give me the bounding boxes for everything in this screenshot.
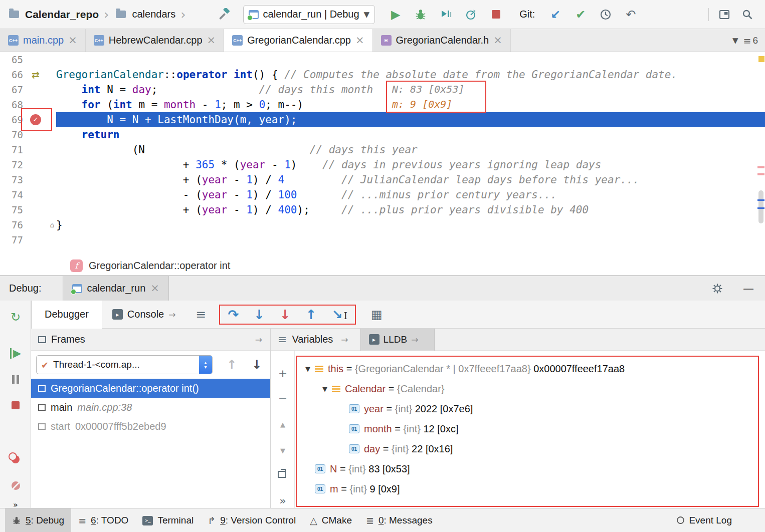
- debug-button[interactable]: [413, 7, 428, 22]
- minimize-icon[interactable]: —: [743, 282, 754, 295]
- code-line[interactable]: 71 (N // days this year: [0, 142, 765, 157]
- close-tab-icon[interactable]: ×: [68, 35, 77, 46]
- statusbar-tab-5-debug[interactable]: 5: Debug: [5, 508, 71, 532]
- editor-scrollbar[interactable]: [757, 52, 765, 256]
- settings-gear-icon[interactable]: [710, 281, 725, 296]
- statusbar-tab-event-log[interactable]: Event Log: [670, 508, 739, 532]
- debug-stop-button[interactable]: [0, 397, 31, 414]
- statusbar-tab-cmake[interactable]: △CMake: [303, 508, 359, 532]
- tab-debugger[interactable]: Debugger: [31, 301, 102, 329]
- variable-row[interactable]: 01m = {int} 9 [0x9]: [297, 479, 758, 499]
- code-line[interactable]: 77: [0, 232, 765, 247]
- frame-row[interactable]: GregorianCalendar::operator int(): [31, 379, 270, 398]
- close-tab-icon[interactable]: ×: [355, 35, 364, 46]
- run-button[interactable]: ▶: [388, 7, 403, 22]
- variable-row[interactable]: 01N = {int} 83 [0x53]: [297, 459, 758, 479]
- scrollbar-thumb[interactable]: [758, 190, 763, 223]
- debug-pause-button[interactable]: [0, 371, 31, 388]
- object-icon: [332, 386, 340, 392]
- force-step-into-icon[interactable]: ↓: [280, 308, 291, 321]
- debug-mute-breakpoints-button[interactable]: [0, 477, 31, 494]
- run-with-coverage-button[interactable]: [438, 7, 453, 22]
- debug-session-tab[interactable]: calendar_run ×: [63, 276, 169, 301]
- step-over-icon[interactable]: ↷: [228, 308, 239, 321]
- pin-icon[interactable]: →: [341, 335, 348, 345]
- code-line[interactable]: 69✓ N = N + LastMonthDay(m, year);: [0, 112, 765, 127]
- code-line[interactable]: 76⌂}: [0, 217, 765, 232]
- layout-settings-icon[interactable]: ≡: [196, 307, 206, 322]
- code-line[interactable]: 65: [0, 52, 765, 67]
- vcs-commit-check-icon[interactable]: ✔: [573, 7, 588, 22]
- expander-icon[interactable]: ▼: [301, 365, 315, 373]
- search-everywhere-icon[interactable]: [740, 7, 755, 22]
- variable-row[interactable]: ▼Calendar = {Calendar}: [297, 379, 758, 399]
- editor-tab[interactable]: C++main.cpp×: [0, 29, 86, 52]
- move-up-icon[interactable]: ▲: [271, 417, 295, 432]
- fold-marker-icon[interactable]: ⌂: [50, 217, 55, 232]
- variable-value: 2022 [0x7e6]: [412, 403, 473, 415]
- code-line[interactable]: 68 for (int m = month - 1; m > 0; m--): [0, 97, 765, 112]
- add-watch-icon[interactable]: +: [271, 366, 295, 381]
- editor-tab[interactable]: HGregorianCalendar.h×: [373, 29, 511, 52]
- step-out-icon[interactable]: ↑: [306, 308, 317, 321]
- debug-resume-button[interactable]: ▶: [0, 345, 31, 362]
- code-line[interactable]: 72 + 365 * (year - 1) // days in previou…: [0, 157, 765, 172]
- debug-rerun-button[interactable]: ↻: [0, 309, 31, 326]
- run-config-select[interactable]: calendar_run | Debug ▼: [243, 5, 375, 24]
- pin-icon[interactable]: →: [168, 310, 175, 320]
- code-line[interactable]: 75 + (year - 1) / 400); // ...plus prior…: [0, 202, 765, 217]
- variable-row[interactable]: 01day = {int} 22 [0x16]: [297, 439, 758, 459]
- combo-arrows-icon[interactable]: ▴▾: [199, 355, 212, 374]
- code-editor[interactable]: 6566⇄GregorianCalendar::operator int() {…: [0, 52, 765, 256]
- function-name[interactable]: GregorianCalendar::operator int: [89, 260, 230, 272]
- move-down-icon[interactable]: ▼: [271, 443, 295, 458]
- code-line[interactable]: 73 + (year - 1) / 4 // JulianCalendar le…: [0, 172, 765, 187]
- statusbar-tab-6-todo[interactable]: ≡6: TODO: [71, 508, 135, 532]
- close-session-icon[interactable]: ×: [150, 283, 159, 294]
- next-frame-arrow-icon[interactable]: ↓: [252, 358, 262, 372]
- code-line[interactable]: 67 int N = day; // days this month: [0, 82, 765, 97]
- run-to-cursor-icon[interactable]: ↘I: [332, 308, 347, 321]
- pin-icon[interactable]: →: [411, 335, 418, 345]
- profiler-button[interactable]: [463, 7, 478, 22]
- frame-row[interactable]: start0x00007fff5b2ebed9: [31, 417, 270, 436]
- variable-row[interactable]: 01month = {int} 12 [0xc]: [297, 419, 758, 439]
- vcs-history-clock-icon[interactable]: [598, 7, 613, 22]
- close-tab-icon[interactable]: ×: [207, 35, 216, 46]
- stop-button[interactable]: [488, 7, 503, 22]
- thread-selector[interactable]: ✔ Thread-1-<com.ap... ▴▾: [36, 355, 213, 374]
- code-line[interactable]: 74 - (year - 1) / 100 // ...minus prior …: [0, 187, 765, 202]
- remove-watch-icon[interactable]: −: [271, 391, 295, 406]
- variable-row[interactable]: ▼this = {GregorianCalendar * | 0x7ffeeef…: [297, 359, 758, 379]
- more-icon[interactable]: »: [271, 493, 295, 508]
- duplicate-watch-icon[interactable]: [271, 467, 295, 482]
- pin-icon[interactable]: →: [255, 335, 262, 345]
- debug-view-breakpoints-button[interactable]: [0, 451, 31, 468]
- statusbar-tab-terminal[interactable]: >_Terminal: [135, 508, 201, 532]
- breadcrumb-project[interactable]: Calendar_repo: [25, 9, 99, 21]
- variable-row[interactable]: 01year = {int} 2022 [0x7e6]: [297, 399, 758, 419]
- build-hammer-icon[interactable]: [217, 7, 232, 22]
- frame-row[interactable]: mainmain.cpp:38: [31, 398, 270, 417]
- line-number: 75: [0, 202, 23, 217]
- breadcrumb-folder[interactable]: calendars: [132, 9, 175, 20]
- restore-layout-grid-icon[interactable]: ▦: [371, 308, 382, 322]
- tabs-dropdown-icon[interactable]: ▼: [732, 36, 738, 45]
- close-tab-icon[interactable]: ×: [493, 35, 502, 46]
- tab-console[interactable]: ▸ Console →: [102, 301, 186, 329]
- vcs-rollback-icon[interactable]: ↶: [623, 7, 638, 22]
- window-layout-icon[interactable]: [717, 7, 732, 22]
- editor-tab[interactable]: C++HebrewCalendar.cpp×: [86, 29, 224, 52]
- code-line[interactable]: 70 return: [0, 127, 765, 142]
- tab-lldb[interactable]: ▸ LLDB →: [360, 329, 435, 351]
- statusbar-tab-9-version-control[interactable]: ↱9: Version Control: [201, 508, 303, 532]
- statusbar-tab-0-messages[interactable]: ≣0: Messages: [359, 508, 440, 532]
- expander-icon[interactable]: ▼: [318, 385, 332, 393]
- vcs-update-icon[interactable]: ↙: [548, 7, 563, 22]
- editor-tab[interactable]: C++GregorianCalendar.cpp×: [224, 29, 372, 52]
- step-into-icon[interactable]: ↓: [254, 308, 265, 321]
- previous-frame-arrow-icon[interactable]: ↑: [227, 358, 237, 372]
- primitive-icon: 01: [315, 464, 325, 473]
- hidden-tabs-control[interactable]: ≡ 6: [743, 35, 758, 46]
- code-line[interactable]: 66⇄GregorianCalendar::operator int() { /…: [0, 67, 765, 82]
